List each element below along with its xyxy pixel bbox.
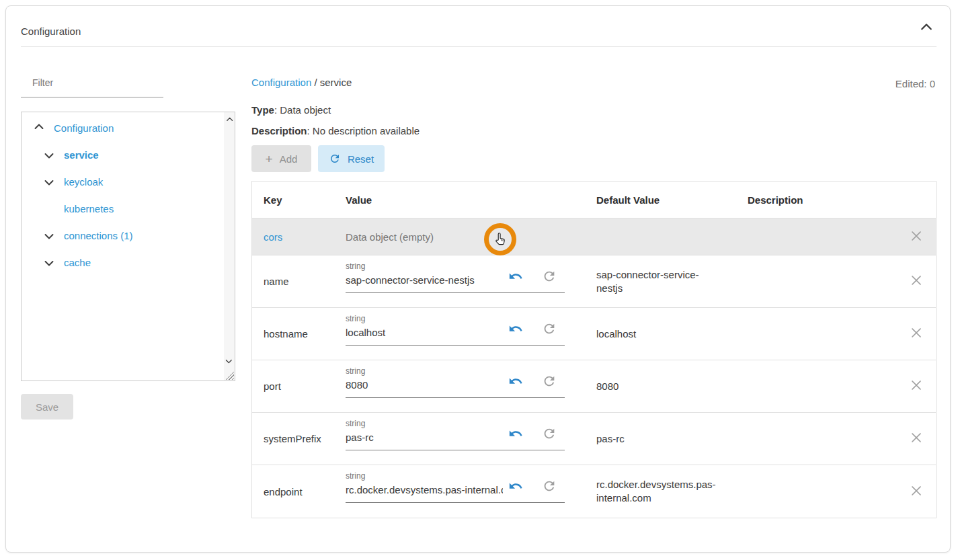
row-key: hostname xyxy=(264,328,308,339)
actions-bar: + Add Reset xyxy=(251,145,385,172)
row-key: systemPrefix xyxy=(264,433,321,444)
type-label: Type xyxy=(251,104,274,116)
value-input[interactable] xyxy=(346,430,503,444)
refresh-icon xyxy=(329,153,341,165)
undo-button[interactable] xyxy=(508,479,523,493)
tree-item-label[interactable]: cache xyxy=(64,257,91,268)
delete-button[interactable] xyxy=(908,431,924,447)
add-button[interactable]: + Add xyxy=(251,145,311,172)
tree-item-label[interactable]: connections (1) xyxy=(64,230,133,241)
value-editor: string xyxy=(346,315,565,346)
row-default-value: sap-connector-service-nestjs xyxy=(596,268,717,295)
value-editor: string xyxy=(346,262,565,293)
tree-item[interactable]: keycloak xyxy=(22,168,223,195)
breadcrumb-current: service xyxy=(320,77,352,88)
description-line: Description: No description available xyxy=(251,125,420,136)
tree-item-label[interactable]: Configuration xyxy=(54,122,114,134)
refresh-icon xyxy=(542,269,557,284)
refresh-button[interactable] xyxy=(542,321,557,336)
header-divider xyxy=(21,46,937,47)
refresh-icon xyxy=(542,374,557,389)
delete-button[interactable] xyxy=(908,274,924,290)
breadcrumb-separator: / xyxy=(311,77,320,88)
chevron-up-icon[interactable] xyxy=(33,122,45,134)
undo-button[interactable] xyxy=(508,269,523,284)
row-key: name xyxy=(264,276,289,287)
close-icon xyxy=(910,229,923,243)
type-line: Type: Data object xyxy=(251,104,331,116)
value-input[interactable] xyxy=(346,273,503,286)
tree-scrollbar[interactable] xyxy=(224,112,235,381)
tree-item[interactable]: kubernetes xyxy=(22,195,223,222)
close-icon xyxy=(910,484,923,497)
collapse-panel-button[interactable] xyxy=(919,21,934,36)
value-type-label: string xyxy=(346,419,503,428)
undo-icon xyxy=(508,321,523,336)
chevron-up-icon xyxy=(919,21,934,36)
row-default-value: localhost xyxy=(596,327,636,341)
tree-item-label[interactable]: keycloak xyxy=(64,176,103,188)
add-button-label: Add xyxy=(280,153,298,165)
tree-item[interactable]: Configuration xyxy=(22,114,223,141)
refresh-button[interactable] xyxy=(542,269,557,284)
delete-button[interactable] xyxy=(908,483,924,499)
delete-button[interactable] xyxy=(908,378,924,395)
delete-button[interactable] xyxy=(908,229,924,245)
tree-item-label[interactable]: kubernetes xyxy=(64,203,114,214)
scroll-up-icon[interactable] xyxy=(225,115,234,124)
type-value: : Data object xyxy=(274,104,331,116)
configuration-panel: Configuration Configuration service keyc… xyxy=(5,5,951,553)
table-row-cors[interactable]: cors Data object (empty) xyxy=(252,218,936,255)
chevron-down-icon[interactable] xyxy=(43,149,55,161)
refresh-icon xyxy=(542,479,557,493)
close-icon xyxy=(910,274,923,287)
value-input[interactable] xyxy=(346,325,503,339)
value-type-label: string xyxy=(346,315,503,323)
close-icon xyxy=(910,326,923,339)
row-default-value: rc.docker.devsystems.pas-internal.com xyxy=(596,478,717,505)
undo-button[interactable] xyxy=(508,321,523,336)
chevron-down-icon[interactable] xyxy=(43,229,55,241)
breadcrumb-parent-link[interactable]: Configuration xyxy=(251,77,311,88)
row-default-value: 8080 xyxy=(596,380,619,393)
delete-button[interactable] xyxy=(908,326,924,342)
table-row: name string sap-connector-service-nestjs xyxy=(252,255,936,308)
tree-item-label[interactable]: service xyxy=(64,149,99,161)
value-input[interactable] xyxy=(346,378,503,391)
value-type-label: string xyxy=(346,262,503,270)
description-label: Description xyxy=(251,125,307,136)
table-row: systemPrefix string pas-rc xyxy=(252,413,936,465)
close-icon xyxy=(910,378,923,392)
description-value: : No description available xyxy=(307,125,420,136)
table-row: endpoint string rc.docker.devsystems.pas… xyxy=(252,465,936,518)
tree-item[interactable]: service xyxy=(22,141,223,168)
refresh-button[interactable] xyxy=(542,479,557,493)
value-editor: string xyxy=(346,419,565,450)
plus-icon: + xyxy=(266,153,273,165)
undo-button[interactable] xyxy=(508,374,523,389)
refresh-button[interactable] xyxy=(542,374,557,389)
table-row: hostname string localhost xyxy=(252,308,936,360)
value-input[interactable] xyxy=(346,483,503,496)
edited-counter: Edited: 0 xyxy=(895,78,935,89)
chevron-down-icon[interactable] xyxy=(43,175,55,188)
hand-cursor-icon xyxy=(492,231,508,247)
refresh-button[interactable] xyxy=(542,426,557,441)
filter-input[interactable] xyxy=(21,71,163,97)
refresh-icon xyxy=(542,426,557,441)
header-value: Value xyxy=(346,182,585,218)
table-header-row: Key Value Default Value Description xyxy=(252,182,936,218)
undo-button[interactable] xyxy=(508,426,523,441)
save-button[interactable]: Save xyxy=(21,394,73,419)
reset-button-label: Reset xyxy=(348,153,374,165)
undo-icon xyxy=(508,374,523,389)
tree-item[interactable]: connections (1) xyxy=(22,222,223,249)
header-description: Description xyxy=(736,182,895,218)
properties-table: Key Value Default Value Description cors… xyxy=(251,181,937,518)
click-annotation-ring xyxy=(484,223,516,255)
cors-link[interactable]: cors xyxy=(264,231,282,243)
tree-item[interactable]: cache xyxy=(22,249,223,276)
scroll-down-icon[interactable] xyxy=(225,356,234,366)
chevron-down-icon[interactable] xyxy=(43,256,55,268)
reset-button[interactable]: Reset xyxy=(318,145,385,172)
